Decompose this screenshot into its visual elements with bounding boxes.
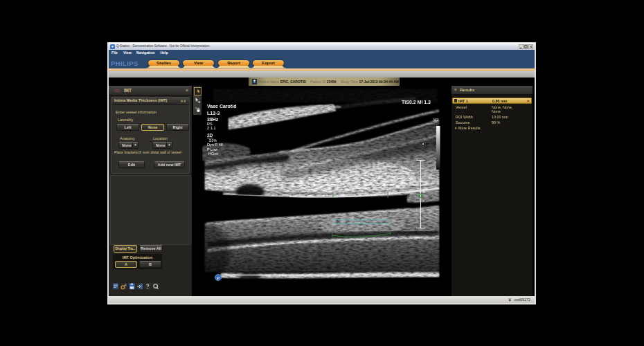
svg-text:TIS0.2 MI 1.3: TIS0.2 MI 1.3 (402, 100, 431, 104)
svg-text:38Hz: 38Hz (207, 117, 219, 122)
svg-text:M2: M2 (433, 118, 438, 122)
svg-text:-: - (422, 111, 423, 116)
svg-text:51%: 51% (209, 138, 217, 142)
svg-text:Dyn R 48: Dyn R 48 (207, 143, 223, 147)
svg-text:HGen: HGen (208, 152, 218, 156)
svg-text:X: X (422, 190, 425, 194)
svg-text:L12-3: L12-3 (207, 111, 220, 116)
svg-text:Vasc Carotid: Vasc Carotid (207, 104, 236, 109)
svg-text:2D: 2D (207, 133, 213, 138)
svg-text:P: P (217, 275, 220, 280)
svg-text:P Low: P Low (207, 147, 217, 151)
svg-text:Z 1.1: Z 1.1 (207, 126, 216, 130)
